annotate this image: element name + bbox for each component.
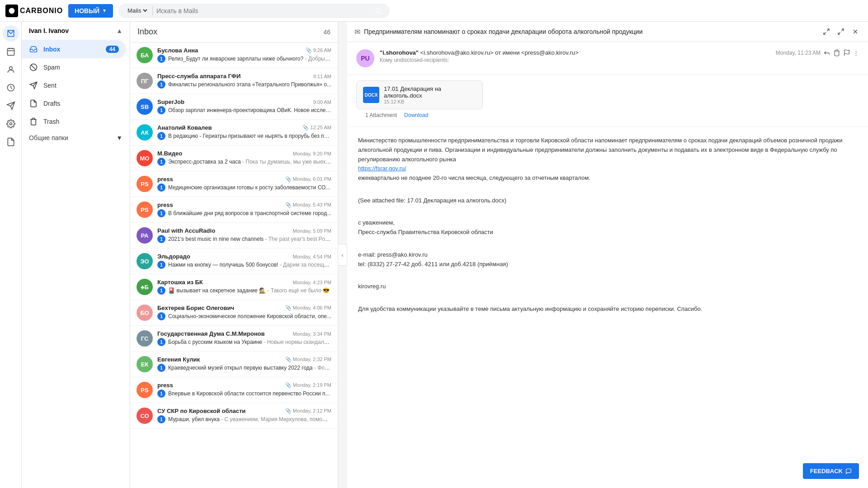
reading-pane: ✉ Предпринимателям напоминают о сроках п… xyxy=(347,22,868,488)
email-item[interactable]: ЭО Эльдорадо Monday, 4:54 PM 1 Нажми на … xyxy=(130,249,338,274)
feedback-button[interactable]: FEEDBACK xyxy=(803,463,859,479)
new-button[interactable]: НОВЫЙ ▼ xyxy=(68,4,113,18)
email-body: Paul with AccuRadio Monday, 5:09 PM 1 20… xyxy=(157,227,331,243)
svg-point-5 xyxy=(9,66,12,70)
shared-folders-chevron-icon: ▼ xyxy=(116,134,123,141)
sidebar-item-trash[interactable]: Trash xyxy=(22,113,126,131)
email-time: 📎 Monday, 2:19 PM xyxy=(285,382,331,388)
search-input[interactable] xyxy=(156,7,371,14)
msg-body-text: (See attached file: 17.01 Декларация на … xyxy=(358,196,857,206)
email-row2: 1 Медицинские организации готовы к росту… xyxy=(157,183,331,192)
email-item[interactable]: ПГ Пресс-служба аппарата ГФИ 9:11 AM 1 Ф… xyxy=(130,68,338,94)
inbox-icon xyxy=(29,45,38,54)
email-time: 📎 Monday, 6:01 PM xyxy=(285,176,331,182)
email-time: 📎 Monday, 2:12 PM xyxy=(285,408,331,414)
avatar: МО xyxy=(137,150,153,166)
attachment-info: 17.01 Декларация на алкоголь.docx 15.12 … xyxy=(384,85,476,104)
email-sender: Буслова Анна xyxy=(157,47,198,54)
nav-user[interactable]: Ivan I. Ivanov ▲ xyxy=(22,22,130,40)
expand-icon-btn[interactable] xyxy=(835,26,846,37)
email-item[interactable]: БО Бехтерев Борис Олегович 📎 Monday, 4:0… xyxy=(130,300,338,326)
search-scope-select[interactable]: Mails xyxy=(126,7,149,14)
msg-header: PU "i.shorohova" <i.shorohova@ako.kirov.… xyxy=(347,42,868,75)
email-row1: Государственная Дума С.М.Миронов Monday,… xyxy=(157,330,331,337)
sidebar-item-sent[interactable]: Sent xyxy=(22,76,126,94)
attachment-area: DOCX 17.01 Декларация на алкоголь.docx 1… xyxy=(347,75,868,127)
search-button[interactable] xyxy=(374,7,382,15)
email-time: Monday, 4:23 PM xyxy=(293,280,331,285)
svg-line-16 xyxy=(827,29,829,31)
tasks-icon-btn[interactable] xyxy=(3,80,19,96)
email-count-badge: 1 xyxy=(157,132,165,140)
msg-to: Кому undisclosed-recipients: xyxy=(380,57,770,63)
calendar-icon-btn[interactable] xyxy=(3,43,19,60)
svg-point-11 xyxy=(9,123,12,125)
msg-body-link[interactable]: https://fsrar.gov.ru/ xyxy=(358,165,406,172)
email-item[interactable]: ЕК Евгения Кулик 📎 Monday, 2:32 PM 1 Кра… xyxy=(130,352,338,377)
trash-icon xyxy=(29,117,38,126)
more-icon-btn[interactable]: ⋮ xyxy=(853,50,859,56)
sidebar-item-drafts[interactable]: Drafts xyxy=(22,94,126,113)
reply-icon-btn[interactable] xyxy=(823,49,830,56)
msg-body-text: kirovreg.ru xyxy=(358,282,857,291)
email-list-header: Inbox 46 xyxy=(130,22,338,42)
email-row1: Эльдорадо Monday, 4:54 PM xyxy=(157,253,331,260)
email-row2: 1 Нажми на кнопку — получишь 500 бонусов… xyxy=(157,261,331,269)
email-row1: press 📎 Monday, 2:19 PM xyxy=(157,382,331,389)
msg-avatar-initials: PU xyxy=(361,55,369,62)
email-row1: press 📎 Monday, 5:43 PM xyxy=(157,202,331,208)
sidebar-item-spam[interactable]: Spam xyxy=(22,58,126,76)
email-item[interactable]: БА Буслова Анна 📎 9:26 AM 1 Релиз_Будут … xyxy=(130,42,338,68)
shared-folders-section[interactable]: Общие папки ▼ xyxy=(22,131,130,145)
shared-folders-label: Общие папки xyxy=(29,134,68,141)
email-item[interactable]: РА Paul with AccuRadio Monday, 5:09 PM 1… xyxy=(130,223,338,249)
sidebar-label-spam: Spam xyxy=(43,64,119,71)
email-row1: Буслова Анна 📎 9:26 AM xyxy=(157,47,331,54)
flag-icon-btn[interactable] xyxy=(843,49,850,56)
email-time: Monday, 5:09 PM xyxy=(293,228,331,234)
email-item[interactable]: МО М.Видео Monday, 9:20 PM 1 Экспресс-до… xyxy=(130,145,338,171)
email-item[interactable]: ♣Б Картошка из БК Monday, 4:23 PM 1 🎴 вы… xyxy=(130,274,338,300)
email-count-badge: 1 xyxy=(157,106,165,114)
avatar: PS xyxy=(137,176,153,192)
collapse-toggle[interactable]: ‹ xyxy=(338,244,347,266)
reading-header-actions xyxy=(821,26,861,37)
reading-header: ✉ Предпринимателям напоминают о сроках п… xyxy=(347,22,868,42)
shrink-icon-btn[interactable] xyxy=(821,26,832,37)
nav-user-chevron-icon: ▲ xyxy=(116,27,123,34)
msg-body-text: с уважением, xyxy=(358,218,857,228)
email-row1: Пресс-служба аппарата ГФИ 9:11 AM xyxy=(157,73,331,80)
email-subject: Впервые в Кировской области состоится пе… xyxy=(168,390,330,397)
avatar: ЭО xyxy=(137,253,153,269)
send-icon-btn[interactable] xyxy=(3,98,19,114)
files-icon-btn[interactable] xyxy=(3,134,19,150)
feedback-label: FEEDBACK xyxy=(810,468,843,474)
email-item[interactable]: PS press 📎 Monday, 6:01 PM 1 Медицинские… xyxy=(130,171,338,197)
msg-body-text: Для удобства коммуникации указывайте в т… xyxy=(358,305,857,314)
mail-icon-btn[interactable] xyxy=(3,25,19,42)
email-item[interactable]: SB SuperJob 9:00 AM 1 Обзор зарплат инже… xyxy=(130,94,338,120)
sidebar-item-inbox[interactable]: Inbox 44 xyxy=(22,40,126,58)
contacts-icon-btn[interactable] xyxy=(3,61,19,78)
svg-point-0 xyxy=(9,8,15,14)
download-link[interactable]: Download xyxy=(404,112,428,118)
avatar: БО xyxy=(137,305,153,321)
email-time: Monday, 3:34 PM xyxy=(293,331,331,337)
email-count-badge: 1 xyxy=(157,235,165,243)
msg-sender-avatar: PU xyxy=(356,49,374,67)
email-row1: Paul with AccuRadio Monday, 5:09 PM xyxy=(157,227,331,234)
email-item[interactable]: PS press 📎 Monday, 5:43 PM 1 В ближайшие… xyxy=(130,197,338,223)
sidebar-label-drafts: Drafts xyxy=(43,100,119,107)
settings-icon-btn[interactable] xyxy=(3,116,19,132)
msg-from-email: <i.shorohova@ako.kirov.ru> xyxy=(420,49,494,56)
email-item[interactable]: АК Анатолий Ковалев 📎 12:25 AM 1 В редак… xyxy=(130,120,338,145)
close-reading-pane-btn[interactable] xyxy=(850,26,861,37)
email-item[interactable]: СО СУ СКР по Кировской области 📎 Monday,… xyxy=(130,403,338,429)
email-item[interactable]: ГС Государственная Дума С.М.Миронов Mond… xyxy=(130,326,338,352)
email-body: Картошка из БК Monday, 4:23 PM 1 🎴 вызыв… xyxy=(157,279,331,295)
email-sender: М.Видео xyxy=(157,150,182,157)
msg-from: "i.shorohova" <i.shorohova@ako.kirov.ru>… xyxy=(380,49,770,56)
delete-icon-btn[interactable] xyxy=(833,49,840,56)
email-item[interactable]: PS press 📎 Monday, 2:19 PM 1 Впервые в К… xyxy=(130,377,338,403)
email-count-badge: 1 xyxy=(157,80,165,89)
